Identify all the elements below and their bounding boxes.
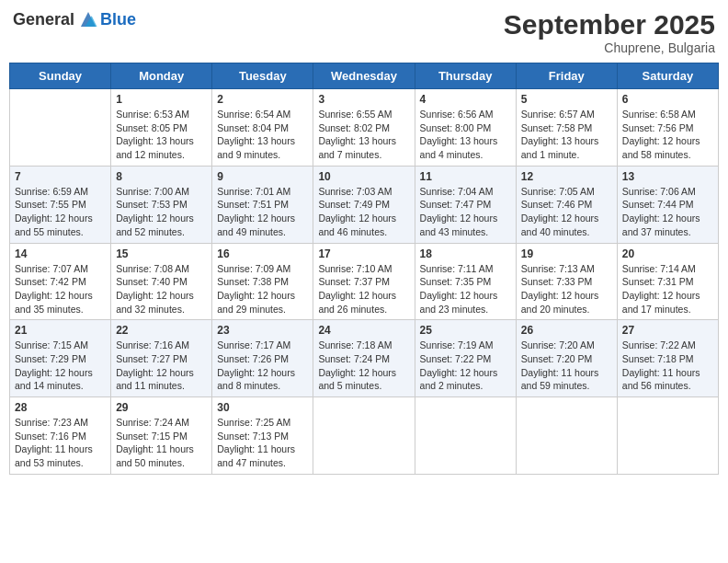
day-info: Sunrise: 7:01 AM Sunset: 7:51 PM Dayligh…	[217, 185, 308, 239]
calendar-cell: 5Sunrise: 6:57 AM Sunset: 7:58 PM Daylig…	[516, 89, 617, 167]
calendar-cell: 13Sunrise: 7:06 AM Sunset: 7:44 PM Dayli…	[617, 166, 718, 243]
calendar-cell	[617, 397, 718, 475]
day-info: Sunrise: 7:18 AM Sunset: 7:24 PM Dayligh…	[318, 339, 409, 393]
calendar-cell: 14Sunrise: 7:07 AM Sunset: 7:42 PM Dayli…	[10, 243, 111, 320]
calendar-cell: 2Sunrise: 6:54 AM Sunset: 8:04 PM Daylig…	[212, 89, 313, 167]
day-info: Sunrise: 6:57 AM Sunset: 7:58 PM Dayligh…	[521, 108, 612, 162]
calendar-cell: 18Sunrise: 7:11 AM Sunset: 7:35 PM Dayli…	[415, 243, 516, 320]
day-number: 14	[15, 247, 106, 260]
day-number: 1	[116, 93, 207, 106]
day-info: Sunrise: 7:23 AM Sunset: 7:16 PM Dayligh…	[15, 416, 106, 470]
calendar-cell	[516, 397, 617, 475]
day-info: Sunrise: 7:05 AM Sunset: 7:46 PM Dayligh…	[521, 185, 612, 239]
day-number: 16	[217, 247, 308, 260]
day-info: Sunrise: 7:19 AM Sunset: 7:22 PM Dayligh…	[420, 339, 511, 393]
day-number: 22	[116, 324, 207, 337]
day-info: Sunrise: 6:56 AM Sunset: 8:00 PM Dayligh…	[420, 108, 511, 162]
calendar-cell: 7Sunrise: 6:59 AM Sunset: 7:55 PM Daylig…	[10, 166, 111, 243]
day-info: Sunrise: 7:04 AM Sunset: 7:47 PM Dayligh…	[420, 185, 511, 239]
calendar-cell: 21Sunrise: 7:15 AM Sunset: 7:29 PM Dayli…	[10, 320, 111, 397]
day-info: Sunrise: 6:54 AM Sunset: 8:04 PM Dayligh…	[217, 108, 308, 162]
calendar-cell: 30Sunrise: 7:25 AM Sunset: 7:13 PM Dayli…	[212, 397, 313, 475]
weekday-header-sunday: Sunday	[10, 63, 111, 89]
calendar-cell	[313, 397, 415, 475]
day-info: Sunrise: 7:13 AM Sunset: 7:33 PM Dayligh…	[521, 262, 612, 316]
day-number: 19	[521, 247, 612, 260]
day-number: 21	[15, 324, 106, 337]
calendar-cell: 12Sunrise: 7:05 AM Sunset: 7:46 PM Dayli…	[516, 166, 617, 243]
logo-general: General	[13, 10, 74, 29]
calendar-cell: 28Sunrise: 7:23 AM Sunset: 7:16 PM Dayli…	[10, 397, 111, 475]
calendar-cell: 16Sunrise: 7:09 AM Sunset: 7:38 PM Dayli…	[212, 243, 313, 320]
page-header: General Blue September 2025 Chuprene, Bu…	[9, 9, 719, 55]
day-number: 26	[521, 324, 612, 337]
calendar-cell	[415, 397, 516, 475]
logo: General Blue	[13, 9, 136, 29]
calendar-cell: 29Sunrise: 7:24 AM Sunset: 7:15 PM Dayli…	[111, 397, 212, 475]
day-info: Sunrise: 7:17 AM Sunset: 7:26 PM Dayligh…	[217, 339, 308, 393]
logo-icon	[78, 9, 98, 29]
calendar-table: SundayMondayTuesdayWednesdayThursdayFrid…	[9, 63, 719, 475]
calendar-cell: 17Sunrise: 7:10 AM Sunset: 7:37 PM Dayli…	[313, 243, 415, 320]
weekday-header-monday: Monday	[111, 63, 212, 89]
day-info: Sunrise: 7:16 AM Sunset: 7:27 PM Dayligh…	[116, 339, 207, 393]
day-info: Sunrise: 7:25 AM Sunset: 7:13 PM Dayligh…	[217, 416, 308, 470]
day-info: Sunrise: 7:15 AM Sunset: 7:29 PM Dayligh…	[15, 339, 106, 393]
weekday-header-saturday: Saturday	[617, 63, 718, 89]
day-number: 4	[420, 93, 511, 106]
calendar-cell: 9Sunrise: 7:01 AM Sunset: 7:51 PM Daylig…	[212, 166, 313, 243]
day-number: 3	[318, 93, 409, 106]
day-info: Sunrise: 7:11 AM Sunset: 7:35 PM Dayligh…	[420, 262, 511, 316]
calendar-cell: 23Sunrise: 7:17 AM Sunset: 7:26 PM Dayli…	[212, 320, 313, 397]
calendar-cell: 4Sunrise: 6:56 AM Sunset: 8:00 PM Daylig…	[415, 89, 516, 167]
day-number: 28	[15, 401, 106, 414]
calendar-cell: 8Sunrise: 7:00 AM Sunset: 7:53 PM Daylig…	[111, 166, 212, 243]
calendar-cell: 3Sunrise: 6:55 AM Sunset: 8:02 PM Daylig…	[313, 89, 415, 167]
week-row-3: 14Sunrise: 7:07 AM Sunset: 7:42 PM Dayli…	[10, 243, 719, 320]
day-number: 8	[116, 170, 207, 183]
day-info: Sunrise: 7:06 AM Sunset: 7:44 PM Dayligh…	[622, 185, 713, 239]
day-info: Sunrise: 7:07 AM Sunset: 7:42 PM Dayligh…	[15, 262, 106, 316]
calendar-cell: 22Sunrise: 7:16 AM Sunset: 7:27 PM Dayli…	[111, 320, 212, 397]
weekday-header-row: SundayMondayTuesdayWednesdayThursdayFrid…	[10, 63, 719, 89]
calendar-cell: 20Sunrise: 7:14 AM Sunset: 7:31 PM Dayli…	[617, 243, 718, 320]
day-info: Sunrise: 7:20 AM Sunset: 7:20 PM Dayligh…	[521, 339, 612, 393]
weekday-header-wednesday: Wednesday	[313, 63, 415, 89]
day-number: 27	[622, 324, 713, 337]
calendar-cell	[10, 89, 111, 167]
day-info: Sunrise: 6:58 AM Sunset: 7:56 PM Dayligh…	[622, 108, 713, 162]
calendar-cell: 26Sunrise: 7:20 AM Sunset: 7:20 PM Dayli…	[516, 320, 617, 397]
day-info: Sunrise: 7:03 AM Sunset: 7:49 PM Dayligh…	[318, 185, 409, 239]
day-number: 6	[622, 93, 713, 106]
day-number: 7	[15, 170, 106, 183]
day-info: Sunrise: 7:09 AM Sunset: 7:38 PM Dayligh…	[217, 262, 308, 316]
day-number: 9	[217, 170, 308, 183]
week-row-5: 28Sunrise: 7:23 AM Sunset: 7:16 PM Dayli…	[10, 397, 719, 475]
weekday-header-friday: Friday	[516, 63, 617, 89]
day-info: Sunrise: 7:14 AM Sunset: 7:31 PM Dayligh…	[622, 262, 713, 316]
day-number: 15	[116, 247, 207, 260]
day-number: 12	[521, 170, 612, 183]
day-number: 13	[622, 170, 713, 183]
day-info: Sunrise: 6:59 AM Sunset: 7:55 PM Dayligh…	[15, 185, 106, 239]
calendar-cell: 6Sunrise: 6:58 AM Sunset: 7:56 PM Daylig…	[617, 89, 718, 167]
day-number: 17	[318, 247, 409, 260]
day-info: Sunrise: 7:24 AM Sunset: 7:15 PM Dayligh…	[116, 416, 207, 470]
weekday-header-tuesday: Tuesday	[212, 63, 313, 89]
week-row-2: 7Sunrise: 6:59 AM Sunset: 7:55 PM Daylig…	[10, 166, 719, 243]
calendar-cell: 10Sunrise: 7:03 AM Sunset: 7:49 PM Dayli…	[313, 166, 415, 243]
day-number: 30	[217, 401, 308, 414]
day-info: Sunrise: 7:08 AM Sunset: 7:40 PM Dayligh…	[116, 262, 207, 316]
day-number: 25	[420, 324, 511, 337]
day-number: 20	[622, 247, 713, 260]
calendar-cell: 24Sunrise: 7:18 AM Sunset: 7:24 PM Dayli…	[313, 320, 415, 397]
day-number: 11	[420, 170, 511, 183]
day-number: 2	[217, 93, 308, 106]
logo-blue: Blue	[100, 10, 136, 29]
calendar-cell: 19Sunrise: 7:13 AM Sunset: 7:33 PM Dayli…	[516, 243, 617, 320]
day-number: 24	[318, 324, 409, 337]
week-row-4: 21Sunrise: 7:15 AM Sunset: 7:29 PM Dayli…	[10, 320, 719, 397]
calendar-cell: 25Sunrise: 7:19 AM Sunset: 7:22 PM Dayli…	[415, 320, 516, 397]
calendar-cell: 11Sunrise: 7:04 AM Sunset: 7:47 PM Dayli…	[415, 166, 516, 243]
day-number: 23	[217, 324, 308, 337]
